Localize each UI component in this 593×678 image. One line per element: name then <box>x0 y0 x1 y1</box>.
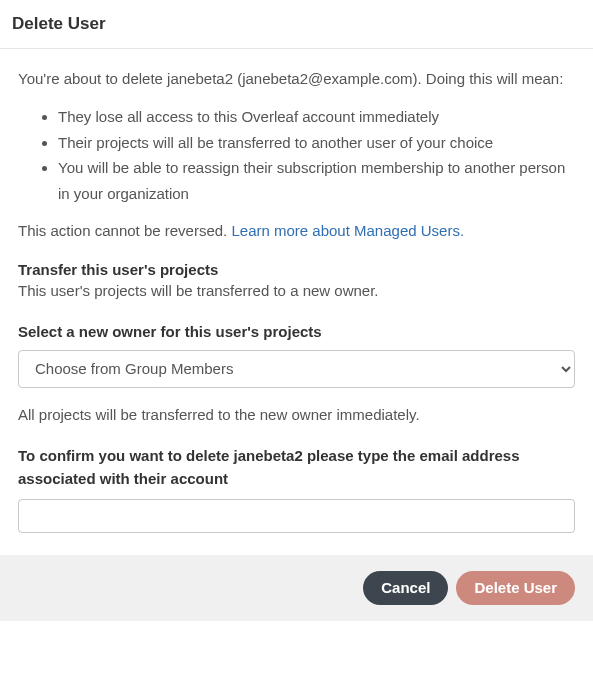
modal-title: Delete User <box>12 14 581 34</box>
transfer-note: All projects will be transferred to the … <box>18 404 575 427</box>
list-item: You will be able to reassign their subsc… <box>58 155 575 206</box>
confirm-delete-label: To confirm you want to delete janebeta2 … <box>18 444 575 491</box>
list-item: They lose all access to this Overleaf ac… <box>58 104 575 130</box>
cancel-button[interactable]: Cancel <box>363 571 448 605</box>
consequence-list: They lose all access to this Overleaf ac… <box>58 104 575 206</box>
confirm-email-input[interactable] <box>18 499 575 533</box>
modal-header: Delete User <box>0 0 593 49</box>
modal-footer: Cancel Delete User <box>0 555 593 621</box>
delete-user-button[interactable]: Delete User <box>456 571 575 605</box>
transfer-desc: This user's projects will be transferred… <box>18 280 575 303</box>
select-owner-dropdown[interactable]: Choose from Group Members <box>18 350 575 388</box>
irrevocable-text: This action cannot be reversed. Learn mo… <box>18 220 575 243</box>
transfer-title: Transfer this user's projects <box>18 261 575 278</box>
modal-body: You're about to delete janebeta2 (janebe… <box>0 49 593 555</box>
select-owner-wrapper: Choose from Group Members <box>18 350 575 388</box>
intro-text: You're about to delete janebeta2 (janebe… <box>18 67 575 90</box>
select-owner-label: Select a new owner for this user's proje… <box>18 320 575 343</box>
learn-more-link[interactable]: Learn more about Managed Users. <box>231 222 464 239</box>
irrevocable-prefix: This action cannot be reversed. <box>18 222 231 239</box>
list-item: Their projects will all be transferred t… <box>58 130 575 156</box>
